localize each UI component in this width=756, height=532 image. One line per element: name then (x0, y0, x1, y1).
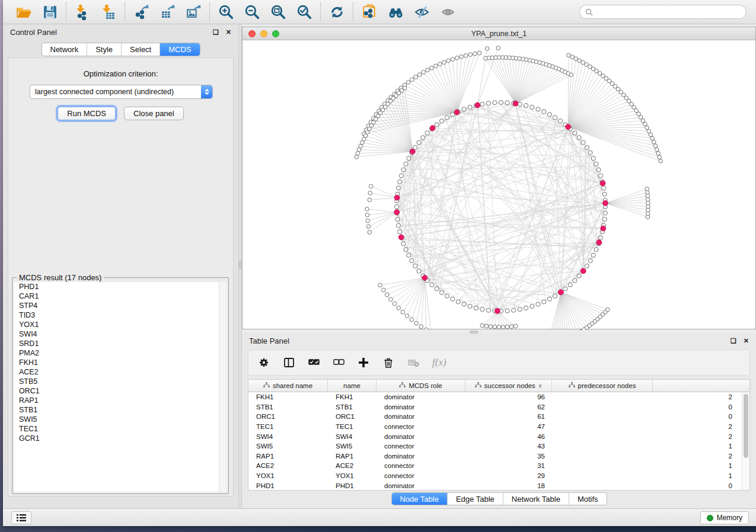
mcds-result-list[interactable]: PHD1CAR1STP4TID3YOX1SWI4SRD1PMA2FKH1ACE2… (14, 282, 227, 492)
table-row[interactable]: FKH1FKH1dominator962 (248, 392, 742, 402)
column-header-predecessor-nodes[interactable]: predecessor nodes (552, 380, 653, 392)
shared-column-icon (263, 382, 270, 389)
zoom-fit-icon[interactable] (270, 4, 286, 20)
table-panel-tabs: Node TableEdge TableNetwork TableMotifs (391, 492, 607, 505)
tab-style[interactable]: Style (87, 43, 122, 56)
deselect-all-icon[interactable] (333, 357, 346, 368)
maximize-window-button[interactable] (272, 30, 279, 37)
tab-select[interactable]: Select (122, 43, 160, 56)
node-table: shared namenameMCDS rolesuccessor nodes∨… (248, 379, 750, 491)
table-row[interactable]: RAP1RAP1dominator352 (248, 451, 742, 462)
close-panel-icon[interactable]: ✕ (226, 29, 231, 36)
mcds-result-item[interactable]: STP4 (14, 301, 227, 310)
memory-status-icon (707, 515, 713, 521)
add-column-icon[interactable] (358, 357, 371, 368)
column-header-shared-name[interactable]: shared name (248, 380, 328, 392)
memory-button[interactable]: Memory (700, 511, 749, 524)
table-scrollbar[interactable] (742, 392, 749, 490)
mcds-result-item[interactable]: TEC1 (14, 424, 227, 434)
mcds-result-item[interactable]: PHD1 (14, 282, 227, 291)
optimization-dropdown[interactable]: largest connected component (undirected) (30, 85, 213, 99)
open-file-icon[interactable] (15, 4, 32, 20)
search-box[interactable] (579, 5, 747, 19)
column-header-MCDS-role[interactable]: MCDS role (377, 380, 465, 392)
splitter-grip[interactable] (239, 261, 241, 269)
tab-motifs[interactable]: Motifs (569, 493, 607, 505)
delete-table-icon[interactable] (407, 357, 420, 368)
tab-mcds[interactable]: MCDS (160, 43, 199, 56)
shared-column-icon (399, 382, 406, 389)
status-bar: Memory (3, 508, 756, 526)
table-row[interactable]: ORC1ORC1dominator610 (248, 412, 742, 422)
table-row[interactable]: YOX1YOX1connector291 (248, 471, 742, 481)
tab-network[interactable]: Network (42, 43, 87, 56)
mcds-result-item[interactable]: CAR1 (14, 291, 227, 301)
column-view-icon[interactable] (283, 357, 296, 368)
run-mcds-button[interactable]: Run MCDS (58, 107, 116, 120)
close-panel-button[interactable]: Close panel (124, 107, 184, 120)
minimize-window-button[interactable] (260, 30, 267, 37)
network-window-titlebar[interactable]: YPA_prune.txt_1 (243, 27, 755, 40)
zoom-in-icon[interactable] (218, 4, 234, 20)
network-canvas[interactable] (243, 40, 755, 329)
mcds-result-item[interactable]: SWI4 (14, 329, 227, 339)
zoom-out-icon[interactable] (244, 4, 260, 20)
graphics-details-icon[interactable] (413, 4, 430, 20)
function-builder-icon[interactable]: f(x) (432, 357, 446, 368)
delete-column-icon[interactable] (382, 357, 395, 368)
table-panel-title: Table Panel (249, 336, 289, 345)
search-input[interactable] (596, 8, 741, 16)
mcds-result-item[interactable]: SRD1 (14, 339, 227, 348)
close-table-panel-icon[interactable]: ✕ (744, 338, 749, 344)
tab-network-table[interactable]: Network Table (503, 493, 569, 505)
clone-network-icon[interactable] (361, 4, 378, 20)
table-row[interactable]: ACE2ACE2connector311 (248, 461, 742, 471)
column-header-successor-nodes[interactable]: successor nodes∨ (465, 380, 552, 392)
hide-details-icon[interactable] (439, 4, 456, 20)
table-row[interactable]: TEC1TEC1connector472 (248, 422, 742, 432)
export-network-icon[interactable] (133, 4, 149, 20)
control-panel-tabs: NetworkStyleSelectMCDS (41, 43, 200, 56)
mcds-result-item[interactable]: STB1 (14, 405, 227, 415)
horizontal-splitter-grip[interactable] (470, 331, 478, 334)
refresh-icon[interactable] (328, 4, 345, 20)
optimization-value: largest connected component (undirected) (30, 88, 201, 96)
export-table-icon[interactable] (159, 4, 176, 20)
import-network-icon[interactable] (74, 4, 91, 20)
tab-node-table[interactable]: Node Table (391, 493, 448, 505)
column-header-name[interactable]: name (328, 380, 377, 392)
mcds-result-item[interactable]: TID3 (14, 310, 227, 320)
mcds-result-item[interactable]: GCR1 (14, 434, 227, 443)
mcds-result-item[interactable]: ORC1 (14, 386, 227, 396)
mcds-result-item[interactable]: SWI5 (14, 415, 227, 424)
mcds-result-item[interactable]: RAP1 (14, 396, 227, 405)
float-panel-icon[interactable]: ❑ (213, 29, 219, 36)
import-table-icon[interactable] (100, 4, 117, 20)
select-all-icon[interactable] (308, 357, 321, 368)
table-row[interactable]: PHD1PHD1dominator180 (248, 480, 742, 491)
zoom-selected-icon[interactable] (296, 4, 312, 20)
close-window-button[interactable] (248, 30, 256, 37)
table-scrollbar-thumb[interactable] (744, 394, 748, 458)
table-row[interactable]: STB1STB1dominator620 (248, 402, 742, 412)
export-image-icon[interactable] (185, 4, 202, 20)
table-panel-titlebar: Table Panel ❑ ✕ (242, 333, 756, 348)
control-panel-titlebar: Control Panel ❑ ✕ (3, 24, 238, 40)
task-history-button[interactable] (11, 511, 31, 524)
mcds-result-item[interactable]: STB5 (14, 377, 227, 386)
network-graph[interactable] (243, 40, 756, 330)
memory-label: Memory (717, 514, 742, 522)
mcds-result-item[interactable]: PMA2 (14, 348, 227, 358)
mcds-result-item[interactable]: FKH1 (14, 358, 227, 367)
mcds-result-item[interactable]: YOX1 (14, 320, 227, 329)
save-session-icon[interactable] (42, 4, 58, 20)
mcds-result-item[interactable]: ACE2 (14, 367, 227, 377)
table-row[interactable]: SWI4SWI4dominator462 (248, 431, 742, 441)
gear-icon[interactable] (258, 357, 271, 368)
float-table-panel-icon[interactable]: ❑ (731, 338, 736, 344)
table-row[interactable]: SWI5SWI5connector431 (248, 441, 742, 451)
search-icon (585, 8, 593, 16)
mcds-list-scrollbar[interactable] (219, 282, 227, 492)
tab-edge-table[interactable]: Edge Table (448, 493, 503, 505)
search-network-icon[interactable] (387, 4, 404, 20)
